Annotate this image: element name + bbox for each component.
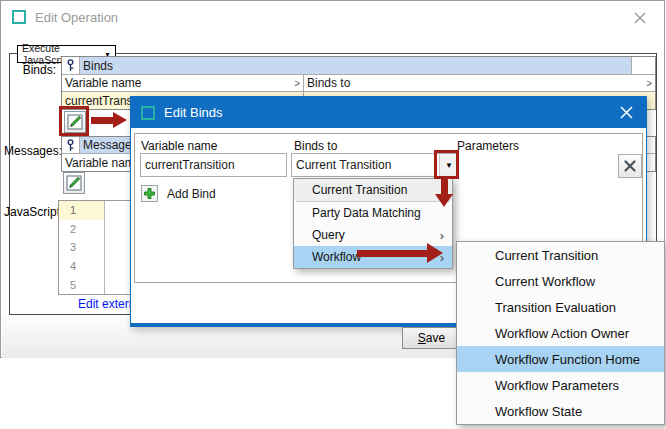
annotation-arrow-down-head: [435, 194, 453, 207]
messages-label: Messages:: [4, 144, 56, 158]
delete-bind-button[interactable]: [618, 154, 642, 178]
annotation-arrow-right-head: [113, 112, 127, 128]
line-number-gutter: 1 2 3 4 5: [59, 201, 105, 294]
save-button[interactable]: Save: [402, 327, 461, 349]
dialog-title: Edit Operation: [35, 10, 118, 25]
submenu-item-current-workflow[interactable]: Current Workflow: [457, 268, 664, 294]
dialog-icon: [141, 106, 155, 120]
submenu-item-workflow-action-owner[interactable]: Workflow Action Owner: [457, 320, 664, 346]
annotation-arrow-right: [91, 117, 113, 124]
key-icon: [62, 137, 80, 153]
parameters-label: Parameters: [457, 139, 519, 153]
column-sort-chevron[interactable]: >: [646, 78, 652, 89]
submenu-item-workflow-state[interactable]: Workflow State: [457, 398, 664, 424]
binds-to-value: Current Transition: [292, 154, 439, 176]
close-icon[interactable]: [631, 9, 649, 27]
submenu-item-current-transition[interactable]: Current Transition: [457, 242, 664, 268]
submenu-item-transition-evaluation[interactable]: Transition Evaluation: [457, 294, 664, 320]
menu-item-current-transition[interactable]: Current Transition: [294, 179, 452, 201]
submenu-chevron-icon: ›: [440, 228, 444, 243]
column-variable-name[interactable]: Variable name >: [62, 75, 304, 91]
annotation-box-dropdown-button: [434, 150, 459, 179]
binds-grid-title: Binds: [80, 57, 632, 74]
close-icon[interactable]: [616, 103, 636, 123]
edit-message-button[interactable]: [63, 172, 85, 194]
menu-item-party-data-matching[interactable]: Party Data Matching: [294, 202, 452, 224]
edit-binds-title: Edit Binds: [164, 105, 223, 120]
binds-grid-header-row[interactable]: Variable name > Binds to >: [62, 75, 655, 92]
submenu-item-workflow-function-home[interactable]: Workflow Function Home: [457, 346, 664, 372]
column-binds-to[interactable]: Binds to >: [304, 75, 655, 91]
dialog-icon: [12, 10, 26, 24]
variable-name-label: Variable name: [141, 139, 218, 153]
binds-grid-titlerow[interactable]: Binds: [62, 57, 655, 75]
annotation-arrow-workflow-head: [427, 243, 443, 263]
line-number: 5: [59, 275, 104, 294]
submenu-item-workflow-parameters[interactable]: Workflow Parameters: [457, 372, 664, 398]
line-number: 4: [59, 257, 104, 276]
plus-icon: [141, 185, 158, 202]
line-number: 2: [59, 220, 104, 239]
javascript-label: JavaScript:: [4, 205, 56, 219]
annotation-arrow-down: [441, 179, 448, 194]
annotation-arrow-workflow: [357, 250, 427, 257]
add-bind-button[interactable]: Add Bind: [141, 185, 216, 202]
line-number: 3: [59, 238, 104, 257]
edit-binds-titlebar[interactable]: Edit Binds: [131, 97, 646, 128]
add-bind-label: Add Bind: [167, 187, 216, 201]
binds-label: Binds:: [4, 63, 56, 77]
line-number: 1: [59, 201, 104, 220]
binds-to-label: Binds to: [294, 139, 337, 153]
column-sort-chevron[interactable]: >: [294, 78, 300, 89]
workflow-submenu: Current Transition Current Workflow Tran…: [456, 241, 665, 425]
annotation-box-edit-icon: [59, 106, 89, 136]
variable-name-input[interactable]: currentTransition: [140, 153, 287, 177]
key-icon: [62, 57, 80, 74]
